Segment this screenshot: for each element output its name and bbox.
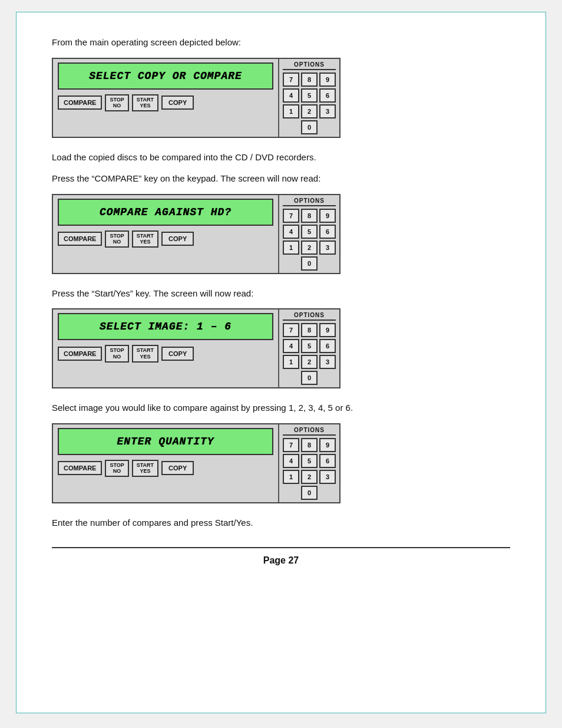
start-button-4[interactable]: START YES: [132, 460, 158, 477]
key-9-3[interactable]: 9: [319, 323, 336, 337]
text-load-discs: Load the copied discs to be compared int…: [52, 151, 510, 164]
lcd-area-2: COMPARE AGAINST HD? COMPARE STOP NO STAR…: [53, 195, 278, 273]
lcd-screen-1: SELECT COPY OR COMPARE: [58, 62, 273, 90]
options-header-2: OPTIONS: [283, 197, 336, 206]
lcd-area-1: SELECT COPY OR COMPARE COMPARE STOP NO S…: [53, 59, 278, 137]
page-number: Page 27: [263, 555, 299, 565]
intro-text: From the main operating screen depicted …: [52, 36, 510, 50]
compare-button-2[interactable]: COMPARE: [58, 232, 102, 246]
key-3-1[interactable]: 3: [319, 104, 336, 118]
key-7-3[interactable]: 7: [283, 323, 299, 337]
key-5-2[interactable]: 5: [301, 225, 318, 239]
stop-button-2[interactable]: STOP NO: [105, 230, 128, 248]
key-4-2[interactable]: 4: [283, 225, 299, 239]
key-0-2[interactable]: 0: [301, 256, 318, 271]
keypad-3: 7 8 9 4 5 6 1 2 3 0: [283, 323, 336, 385]
key-6-3[interactable]: 6: [319, 339, 336, 353]
key-6-4[interactable]: 6: [319, 454, 336, 468]
key-2-4[interactable]: 2: [301, 470, 318, 484]
key-9-1[interactable]: 9: [319, 73, 336, 87]
button-row-4: COMPARE STOP NO START YES COPY: [58, 458, 273, 479]
start-button-1[interactable]: START YES: [132, 94, 158, 112]
text-press-start: Press the “Start/Yes” key. The screen wi…: [52, 287, 510, 301]
copy-button-1[interactable]: COPY: [161, 95, 194, 110]
button-row-1: COMPARE STOP NO START YES COPY: [58, 93, 273, 114]
options-panel-3: OPTIONS 7 8 9 4 5 6 1 2 3 0: [278, 309, 339, 387]
key-9-4[interactable]: 9: [319, 438, 336, 452]
page-footer: Page 27: [52, 547, 510, 566]
key-0-4[interactable]: 0: [301, 486, 318, 500]
copy-button-4[interactable]: COPY: [161, 461, 194, 475]
key-0-1[interactable]: 0: [301, 120, 318, 134]
key-5-1[interactable]: 5: [301, 88, 318, 103]
key-5-4[interactable]: 5: [301, 454, 318, 468]
page-container: From the main operating screen depicted …: [16, 12, 546, 713]
device-panel-2: COMPARE AGAINST HD? COMPARE STOP NO STAR…: [52, 194, 340, 274]
key-7-1[interactable]: 7: [283, 73, 299, 87]
key-5-3[interactable]: 5: [301, 339, 318, 353]
key-1-4[interactable]: 1: [283, 470, 299, 484]
start-button-2[interactable]: START YES: [132, 230, 158, 248]
key-2-3[interactable]: 2: [301, 355, 318, 369]
device-panel-1: SELECT COPY OR COMPARE COMPARE STOP NO S…: [52, 58, 340, 138]
lcd-screen-3: SELECT IMAGE: 1 – 6: [58, 313, 273, 340]
options-panel-1: OPTIONS 7 8 9 4 5 6 1 2 3 0: [278, 59, 339, 137]
key-9-2[interactable]: 9: [319, 209, 336, 223]
lcd-screen-2: COMPARE AGAINST HD?: [58, 199, 273, 226]
key-1-3[interactable]: 1: [283, 355, 299, 369]
keypad-1: 7 8 9 4 5 6 1 2 3 0: [283, 73, 336, 134]
stop-button-1[interactable]: STOP NO: [105, 94, 128, 112]
device-panel-4: ENTER QUANTITY COMPARE STOP NO START YES…: [52, 423, 340, 503]
key-7-4[interactable]: 7: [283, 438, 299, 452]
key-8-2[interactable]: 8: [301, 209, 318, 223]
key-8-1[interactable]: 8: [301, 73, 318, 87]
options-panel-4: OPTIONS 7 8 9 4 5 6 1 2 3 0: [278, 424, 339, 502]
device-panel-3: SELECT IMAGE: 1 – 6 COMPARE STOP NO STAR…: [52, 308, 340, 388]
key-1-1[interactable]: 1: [283, 104, 299, 118]
options-panel-2: OPTIONS 7 8 9 4 5 6 1 2 3 0: [278, 195, 339, 273]
compare-button-4[interactable]: COMPARE: [58, 461, 102, 475]
key-8-4[interactable]: 8: [301, 438, 318, 452]
key-4-3[interactable]: 4: [283, 339, 299, 353]
options-header-3: OPTIONS: [283, 312, 336, 321]
start-button-3[interactable]: START YES: [132, 345, 158, 363]
key-4-1[interactable]: 4: [283, 88, 299, 103]
compare-button-3[interactable]: COMPARE: [58, 347, 102, 361]
key-6-1[interactable]: 6: [319, 88, 336, 103]
lcd-area-3: SELECT IMAGE: 1 – 6 COMPARE STOP NO STAR…: [53, 309, 278, 387]
lcd-area-4: ENTER QUANTITY COMPARE STOP NO START YES…: [53, 424, 278, 502]
key-8-3[interactable]: 8: [301, 323, 318, 337]
key-3-2[interactable]: 3: [319, 241, 336, 255]
key-4-4[interactable]: 4: [283, 454, 299, 468]
key-3-3[interactable]: 3: [319, 355, 336, 369]
text-enter-quantity: Enter the number of compares and press S…: [52, 516, 510, 530]
keypad-4: 7 8 9 4 5 6 1 2 3 0: [283, 438, 336, 500]
keypad-2: 7 8 9 4 5 6 1 2 3 0: [283, 209, 336, 271]
text-press-compare: Press the “COMPARE” key on the keypad. T…: [52, 172, 510, 186]
key-0-3[interactable]: 0: [301, 371, 318, 385]
key-1-2[interactable]: 1: [283, 241, 299, 255]
copy-button-3[interactable]: COPY: [161, 347, 194, 361]
compare-button-1[interactable]: COMPARE: [58, 95, 102, 110]
stop-button-3[interactable]: STOP NO: [105, 345, 128, 363]
key-6-2[interactable]: 6: [319, 225, 336, 239]
key-3-4[interactable]: 3: [319, 470, 336, 484]
text-select-image: Select image you would like to compare a…: [52, 401, 510, 415]
stop-button-4[interactable]: STOP NO: [105, 460, 128, 477]
key-2-1[interactable]: 2: [301, 104, 318, 118]
button-row-3: COMPARE STOP NO START YES COPY: [58, 343, 273, 364]
key-2-2[interactable]: 2: [301, 241, 318, 255]
lcd-screen-4: ENTER QUANTITY: [58, 428, 273, 455]
options-header-4: OPTIONS: [283, 427, 336, 436]
button-row-2: COMPARE STOP NO START YES COPY: [58, 229, 273, 250]
copy-button-2[interactable]: COPY: [161, 232, 194, 246]
key-7-2[interactable]: 7: [283, 209, 299, 223]
options-header-1: OPTIONS: [283, 61, 336, 70]
